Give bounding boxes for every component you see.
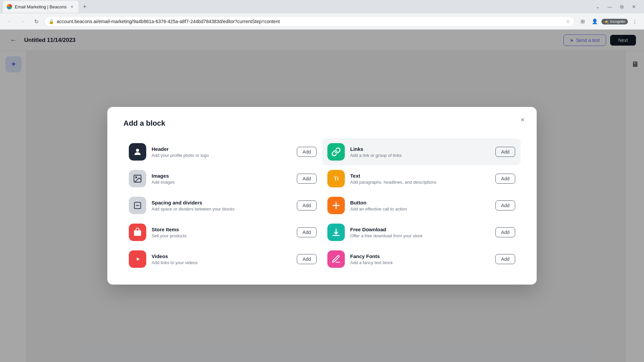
modal-title: Add a block	[123, 119, 521, 128]
svg-point-2	[136, 177, 137, 178]
blocks-grid: Header Add your profile photo or logo Ad…	[123, 138, 521, 273]
images-add-button[interactable]: Add	[297, 174, 317, 184]
links-block-name: Links	[350, 146, 490, 152]
block-item-free-download[interactable]: Free Download Offer a free download from…	[322, 219, 521, 246]
spacing-block-desc: Add space or dividers between your block…	[152, 206, 291, 212]
images-block-name: Images	[152, 173, 291, 179]
url-text: account.beacons.ai/email-marketing/9a4b8…	[57, 19, 563, 24]
videos-block-name: Videos	[152, 253, 291, 259]
incognito-badge: 🕵 Incognito	[601, 19, 628, 24]
header-block-name: Header	[152, 146, 291, 152]
extension-icon[interactable]: ⊞	[577, 16, 588, 27]
fancy-fonts-add-button[interactable]: Add	[495, 254, 515, 264]
forward-nav-btn[interactable]: →	[17, 16, 28, 27]
store-items-block-desc: Sell your products	[152, 233, 291, 238]
button-block-name: Button	[350, 200, 490, 205]
more-menu-btn[interactable]: ⋮	[629, 16, 640, 27]
button-block-desc: Add an effective call to action	[350, 206, 490, 212]
free-download-block-desc: Offer a free download from your store	[350, 233, 490, 238]
block-item-images[interactable]: Images Add images Add	[123, 165, 322, 192]
reload-btn[interactable]: ↻	[31, 16, 42, 27]
tab-favicon	[7, 4, 12, 9]
add-block-modal: Add a block × Header Add your profile ph…	[107, 107, 537, 285]
button-block-icon	[327, 197, 345, 214]
block-item-store-items[interactable]: Store Items Sell your products Add	[123, 219, 322, 246]
minimize-btn[interactable]: —	[605, 2, 614, 11]
ssl-lock-icon: 🔒	[49, 19, 54, 24]
videos-block-desc: Add links to your videos	[152, 260, 291, 265]
spacing-block-name: Spacing and dividers	[152, 200, 291, 205]
store-items-block-icon	[129, 224, 146, 241]
block-item-videos[interactable]: Videos Add links to your videos Add	[123, 246, 322, 273]
new-tab-button[interactable]: +	[80, 2, 89, 11]
block-item-text[interactable]: Tt Text Add paragraphs, headlines, and d…	[322, 165, 521, 192]
spacing-add-button[interactable]: Add	[297, 200, 317, 210]
videos-block-icon	[129, 250, 146, 268]
address-bar[interactable]: 🔒 account.beacons.ai/email-marketing/9a4…	[44, 16, 575, 27]
free-download-block-icon	[327, 224, 345, 241]
store-items-add-button[interactable]: Add	[297, 227, 317, 237]
button-add-button[interactable]: Add	[495, 200, 515, 210]
back-nav-btn[interactable]: ←	[4, 16, 15, 27]
svg-point-0	[136, 149, 139, 152]
active-tab[interactable]: Email Marketing | Beacons ✕	[3, 1, 78, 13]
links-block-icon	[327, 143, 345, 161]
tab-list-btn[interactable]: ⌄	[593, 2, 602, 11]
fancy-fonts-block-icon	[327, 250, 345, 268]
spacing-block-icon	[129, 197, 146, 214]
fancy-fonts-block-name: Fancy Fonts	[350, 253, 490, 259]
fancy-fonts-block-desc: Add a fancy text block	[350, 260, 490, 265]
free-download-block-name: Free Download	[350, 227, 490, 232]
modal-close-button[interactable]: ×	[517, 114, 529, 126]
header-add-button[interactable]: Add	[297, 147, 317, 157]
tab-close-btn[interactable]: ✕	[69, 4, 74, 9]
svg-rect-5	[134, 230, 141, 236]
links-add-button[interactable]: Add	[495, 147, 515, 157]
text-add-button[interactable]: Add	[495, 174, 515, 184]
maximize-btn[interactable]: ⧉	[617, 2, 627, 11]
profile-icon[interactable]: 👤	[589, 16, 600, 27]
tab-title: Email Marketing | Beacons	[15, 4, 66, 9]
modal-overlay: Add a block × Header Add your profile ph…	[0, 29, 644, 362]
text-block-name: Text	[350, 173, 490, 179]
block-item-button[interactable]: Button Add an effective call to action A…	[322, 192, 521, 219]
incognito-label: Incognito	[610, 19, 625, 23]
bookmark-icon[interactable]: ☆	[566, 19, 570, 24]
block-item-fancy-fonts[interactable]: Fancy Fonts Add a fancy text block Add	[322, 246, 521, 273]
text-block-icon: Tt	[327, 170, 345, 187]
window-close-btn[interactable]: ✕	[629, 2, 639, 11]
links-block-desc: Add a link or group of links	[350, 153, 490, 158]
header-block-desc: Add your profile photo or logo	[152, 153, 291, 158]
images-block-desc: Add images	[152, 180, 291, 185]
store-items-block-name: Store Items	[152, 227, 291, 232]
free-download-add-button[interactable]: Add	[495, 227, 515, 237]
images-block-icon	[129, 170, 146, 187]
block-item-header[interactable]: Header Add your profile photo or logo Ad…	[123, 138, 322, 165]
header-block-icon	[129, 143, 146, 161]
block-item-spacing[interactable]: Spacing and dividers Add space or divide…	[123, 192, 322, 219]
videos-add-button[interactable]: Add	[297, 254, 317, 264]
block-item-links[interactable]: Links Add a link or group of links Add	[322, 138, 521, 165]
text-block-desc: Add paragraphs, headlines, and descripti…	[350, 180, 490, 185]
